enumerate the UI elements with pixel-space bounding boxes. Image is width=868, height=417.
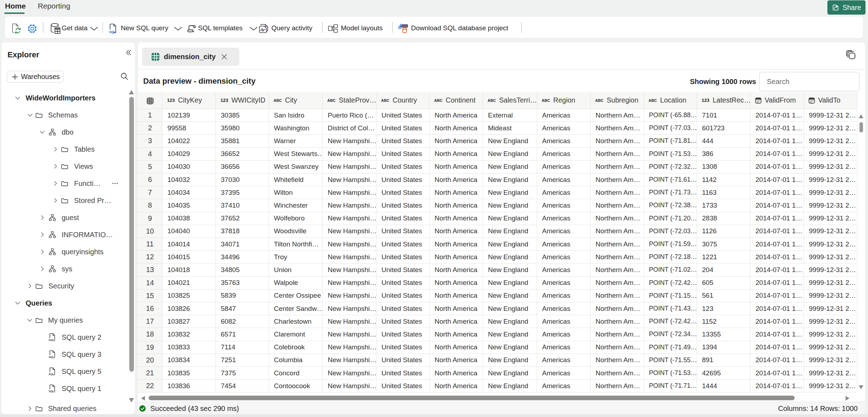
svg-text:SQL: SQL	[109, 30, 116, 34]
svg-text:SQL: SQL	[48, 390, 54, 392]
svg-text:SQL: SQL	[48, 372, 54, 375]
svg-text:SQL: SQL	[48, 355, 54, 358]
svg-text:SQL: SQL	[48, 338, 54, 341]
